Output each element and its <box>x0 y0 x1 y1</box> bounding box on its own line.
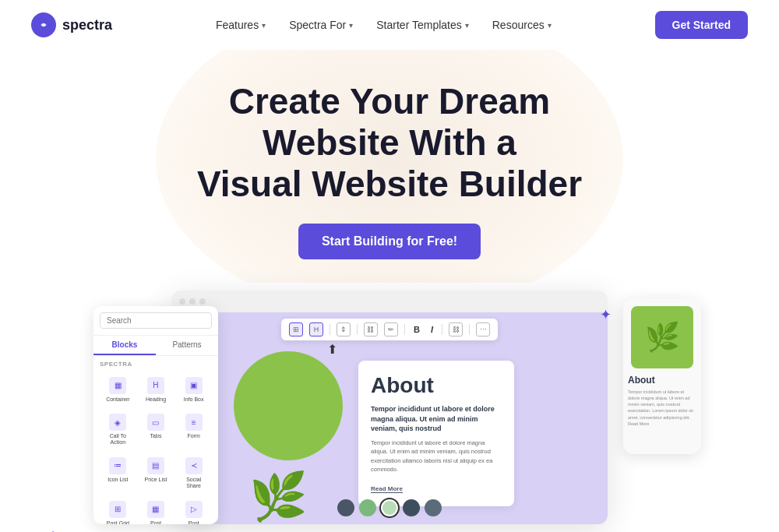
color-swatch-3[interactable] <box>403 499 420 516</box>
about-card: About Tempor incididunt ut labore et dol… <box>358 361 514 506</box>
brand-name: spectra <box>62 17 112 33</box>
block-item-post-carousel[interactable]: ▷ Post Carousel <box>175 496 212 524</box>
block-icon: ▣ <box>185 377 203 394</box>
block-icon: H <box>147 377 164 394</box>
search-input[interactable] <box>100 312 212 329</box>
block-label: Price List <box>145 477 167 483</box>
chevron-down-icon: ▾ <box>262 21 266 30</box>
panel-section-label: SPECTRA <box>93 356 218 369</box>
nav-spectra-for[interactable]: Spectra For ▾ <box>280 12 362 37</box>
read-more-link[interactable]: Read More <box>371 485 403 493</box>
block-label: Post Grid <box>107 520 129 524</box>
phone-body-text: Tempor incididunt ut labore et dolore ma… <box>628 389 696 428</box>
block-item-tabs[interactable]: ▭ Tabs <box>138 409 174 451</box>
browser-content: ⊞ H ⇕ ⛓ ✏ B I ⛓ ⋯ ⬆ 🌿 <box>171 312 608 524</box>
browser-window: ⊞ H ⇕ ⛓ ✏ B I ⛓ ⋯ ⬆ 🌿 <box>171 291 608 524</box>
color-swatch-1[interactable] <box>359 499 376 516</box>
block-item-container[interactable]: ▦ Container <box>100 372 136 407</box>
toolbar-separator-5 <box>469 324 470 335</box>
block-item-post-masonry[interactable]: ▦ Post Masonry <box>138 496 174 524</box>
toolbar-link-icon[interactable]: ⛓ <box>364 322 378 336</box>
block-icon: ▷ <box>185 501 203 518</box>
block-label: Heading <box>146 396 166 403</box>
block-label: Post Masonry <box>141 520 171 524</box>
color-swatch-2[interactable] <box>381 499 398 516</box>
toolbar-heading-icon[interactable]: H <box>309 322 323 336</box>
nav-links: Features ▾ Spectra For ▾ Starter Templat… <box>206 12 561 37</box>
block-icon: ≡ <box>185 414 203 431</box>
browser-dot-red <box>179 298 185 305</box>
color-swatch-0[interactable] <box>337 499 354 516</box>
about-title: About <box>371 373 502 398</box>
browser-dot-green <box>199 298 206 305</box>
color-swatches <box>337 499 442 516</box>
phone-about-label: About <box>628 375 655 386</box>
block-icon: ▤ <box>147 457 164 474</box>
plant-decoration: 🌿 <box>249 469 308 524</box>
block-icon: ◈ <box>109 414 126 431</box>
block-label: Icon List <box>108 477 128 483</box>
panel-tabs: Blocks Patterns <box>93 336 218 356</box>
get-started-button[interactable]: Get Started <box>655 11 748 39</box>
plus-decoration-large: + <box>47 526 59 532</box>
blocks-panel: Blocks Patterns SPECTRA ▦ Container H He… <box>93 306 218 524</box>
sparks-decoration: ✦ <box>600 306 612 323</box>
demo-area: Blocks Patterns SPECTRA ▦ Container H He… <box>0 291 779 532</box>
toolbar-separator <box>330 324 330 335</box>
editor-toolbar: ⊞ H ⇕ ⛓ ✏ B I ⛓ ⋯ <box>281 319 498 340</box>
chevron-down-icon: ▾ <box>548 21 552 30</box>
toolbar-pen-icon[interactable]: ✏ <box>384 322 398 336</box>
hero-section: Create Your Dream Website With a Visual … <box>0 50 779 283</box>
block-item-social-share[interactable]: ≺ Social Share <box>175 453 212 495</box>
color-swatch-4[interactable] <box>425 499 442 516</box>
toolbar-move-icon[interactable]: ⇕ <box>337 322 351 336</box>
toolbar-chain-icon[interactable]: ⛓ <box>449 322 463 336</box>
phone-image-area: 🌿 <box>631 306 693 368</box>
block-icon: ⊞ <box>109 501 126 518</box>
tab-patterns[interactable]: Patterns <box>156 336 218 355</box>
block-item-form[interactable]: ≡ Form <box>175 409 212 451</box>
toolbar-copy-icon[interactable]: ⊞ <box>289 322 303 336</box>
block-icon: ▦ <box>109 377 126 394</box>
phone-content: 🌿 About Tempor incididunt ut labore et d… <box>623 298 701 454</box>
block-icon: ▦ <box>147 501 164 518</box>
toolbar-separator-4 <box>442 324 442 335</box>
hero-title: Create Your Dream Website With a Visual … <box>156 81 623 205</box>
block-item-info-box[interactable]: ▣ Info Box <box>175 372 212 407</box>
chevron-down-icon: ▾ <box>349 21 353 30</box>
block-label: Tabs <box>150 433 162 439</box>
block-item-icon-list[interactable]: ≔ Icon List <box>100 453 136 495</box>
toolbar-more-icon[interactable]: ⋯ <box>476 322 490 336</box>
decorative-green-circle <box>234 351 343 460</box>
nav-resources[interactable]: Resources ▾ <box>483 12 561 37</box>
block-item-price-list[interactable]: ▤ Price List <box>138 453 174 495</box>
logo-icon <box>31 12 56 37</box>
block-label: Social Share <box>178 477 209 490</box>
brand-logo[interactable]: spectra <box>31 12 112 37</box>
block-item-call-to-action[interactable]: ◈ Call To Action <box>100 409 136 451</box>
blocks-grid: ▦ Container H Heading ▣ Info Box ◈ Call … <box>93 369 218 524</box>
toolbar-separator-3 <box>404 324 405 335</box>
browser-bar <box>171 291 608 312</box>
panel-search-area <box>93 306 218 336</box>
about-lead-text: Tempor incididunt ut labore et dolore ma… <box>371 404 502 434</box>
chevron-down-icon: ▾ <box>465 21 469 30</box>
start-building-button[interactable]: Start Building for Free! <box>298 224 481 259</box>
toolbar-italic-button[interactable]: I <box>428 324 435 335</box>
block-item-post-grid[interactable]: ⊞ Post Grid <box>100 496 136 524</box>
block-label: Container <box>106 396 129 403</box>
navbar: spectra Features ▾ Spectra For ▾ Starter… <box>0 0 779 50</box>
toolbar-bold-button[interactable]: B <box>411 324 422 335</box>
cursor-icon: ⬆ <box>327 342 337 357</box>
block-icon: ▭ <box>147 414 164 431</box>
browser-dot-yellow <box>189 298 196 305</box>
phone-mockup: 🌿 About Tempor incididunt ut labore et d… <box>623 298 701 454</box>
block-item-heading[interactable]: H Heading <box>138 372 174 407</box>
block-label: Form <box>187 433 199 439</box>
tab-blocks[interactable]: Blocks <box>93 336 156 355</box>
nav-starter-templates[interactable]: Starter Templates ▾ <box>367 12 478 37</box>
block-label: Post Carousel <box>178 520 209 524</box>
nav-features[interactable]: Features ▾ <box>206 12 275 37</box>
block-icon: ≺ <box>185 457 203 474</box>
block-icon: ≔ <box>109 457 126 474</box>
